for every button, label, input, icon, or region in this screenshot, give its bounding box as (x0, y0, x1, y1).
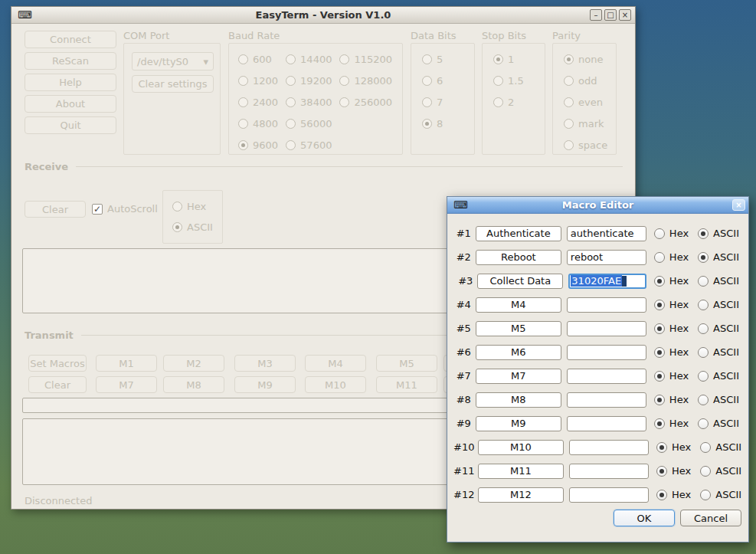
macro-value-input[interactable] (567, 250, 646, 265)
macro-m1-button[interactable]: M1 (96, 355, 157, 372)
baud-19200-radio[interactable]: 19200 (286, 75, 332, 87)
hex-radio[interactable]: Hex (654, 394, 689, 405)
macro-name-input[interactable] (478, 440, 564, 455)
quit-button[interactable]: Quit (25, 116, 116, 134)
ascii-radio[interactable]: ASCII (698, 370, 739, 382)
easyterm-titlebar[interactable]: ⌨ EasyTerm - Version V1.0 – □ × (11, 7, 635, 24)
macro-name-input[interactable] (476, 297, 561, 313)
close-icon[interactable]: × (619, 9, 631, 21)
macro-name-input[interactable] (478, 487, 564, 503)
minimize-icon[interactable]: – (590, 9, 602, 21)
hex-radio[interactable]: Hex (654, 418, 689, 429)
data-bits-7-radio[interactable]: 7 (422, 97, 443, 108)
maximize-icon[interactable]: □ (604, 9, 617, 21)
stop-bits-1-5-radio[interactable]: 1.5 (493, 75, 524, 87)
receive-hex-radio[interactable]: Hex (172, 201, 213, 212)
hex-radio[interactable]: Hex (656, 489, 691, 500)
macro-name-input[interactable] (476, 345, 561, 360)
macro-value-input[interactable] (567, 226, 646, 241)
macro-name-input[interactable] (478, 464, 564, 479)
receive-ascii-radio[interactable]: ASCII (172, 221, 213, 233)
parity-none-radio[interactable]: none (564, 54, 607, 65)
hex-radio[interactable]: Hex (654, 228, 689, 239)
macro-name-input[interactable] (476, 250, 561, 265)
macro-value-input[interactable] (567, 369, 646, 384)
data-bits-5-radio[interactable]: 5 (422, 54, 443, 65)
macro-m8-button[interactable]: M8 (163, 376, 224, 393)
macro-m10-button[interactable]: M10 (305, 376, 366, 393)
baud-1200-radio[interactable]: 1200 (238, 75, 278, 87)
ascii-radio[interactable]: ASCII (698, 346, 739, 358)
macro-name-input[interactable] (476, 226, 561, 241)
ok-button[interactable]: OK (614, 510, 675, 526)
ascii-radio[interactable]: ASCII (698, 394, 739, 405)
hex-radio[interactable]: Hex (654, 346, 689, 358)
macro-value-input[interactable]: 31020FAE (568, 274, 646, 289)
baud-2400-radio[interactable]: 2400 (238, 97, 278, 108)
macro-value-input[interactable] (567, 321, 646, 336)
macro-value-input[interactable] (567, 416, 646, 431)
ascii-radio[interactable]: ASCII (700, 489, 741, 500)
receive-clear-button[interactable]: Clear (25, 201, 86, 218)
set-macros-button[interactable]: Set Macros (28, 355, 87, 372)
autoscroll-option[interactable]: ✓ AutoScroll (92, 203, 158, 215)
macro-value-input[interactable] (567, 297, 646, 313)
rescan-button[interactable]: ReScan (25, 52, 116, 70)
macro-m5-button[interactable]: M5 (376, 355, 437, 372)
macro-m2-button[interactable]: M2 (163, 355, 224, 372)
hex-radio[interactable]: Hex (654, 323, 689, 334)
stop-bits-2-radio[interactable]: 2 (493, 97, 524, 108)
macro-value-input[interactable] (567, 345, 646, 360)
connect-button[interactable]: Connect (25, 31, 116, 48)
hex-radio[interactable]: Hex (656, 465, 691, 477)
baud-256000-radio[interactable]: 256000 (339, 97, 392, 108)
stop-bits-1-radio[interactable]: 1 (493, 54, 524, 65)
macro-value-input[interactable] (569, 487, 649, 503)
ascii-radio[interactable]: ASCII (698, 251, 739, 263)
com-port-select[interactable]: /dev/ttyS0 ▾ (132, 52, 214, 70)
baud-56000-radio[interactable]: 56000 (286, 118, 332, 129)
macro-m4-button[interactable]: M4 (305, 355, 366, 372)
close-icon[interactable]: × (732, 199, 745, 211)
macro-name-input[interactable] (476, 369, 561, 384)
autoscroll-checkbox[interactable]: ✓ (92, 204, 103, 215)
baud-128000-radio[interactable]: 128000 (339, 75, 392, 87)
about-button[interactable]: About (25, 95, 116, 113)
transmit-clear-button[interactable]: Clear (28, 376, 87, 393)
data-bits-6-radio[interactable]: 6 (422, 75, 443, 87)
parity-even-radio[interactable]: even (564, 97, 607, 108)
baud-4800-radio[interactable]: 4800 (238, 118, 278, 129)
ascii-radio[interactable]: ASCII (698, 275, 739, 287)
macro-value-input[interactable] (567, 392, 646, 408)
data-bits-8-radio[interactable]: 8 (422, 118, 443, 129)
baud-38400-radio[interactable]: 38400 (286, 97, 332, 108)
macro-editor-titlebar[interactable]: ⌨ Macro Editor × (447, 197, 748, 214)
ascii-radio[interactable]: ASCII (700, 441, 741, 453)
cancel-button[interactable]: Cancel (680, 510, 741, 526)
baud-115200-radio[interactable]: 115200 (339, 54, 392, 65)
macro-m3-button[interactable]: M3 (234, 355, 296, 372)
clear-settings-button[interactable]: Clear settings (132, 75, 214, 93)
ascii-radio[interactable]: ASCII (700, 465, 741, 477)
help-button[interactable]: Help (25, 74, 116, 91)
hex-radio[interactable]: Hex (656, 441, 691, 453)
macro-m7-button[interactable]: M7 (96, 376, 157, 393)
parity-space-radio[interactable]: space (564, 139, 607, 151)
hex-radio[interactable]: Hex (654, 299, 689, 310)
macro-name-input[interactable] (477, 274, 563, 289)
hex-radio[interactable]: Hex (654, 251, 689, 263)
parity-odd-radio[interactable]: odd (564, 75, 607, 87)
macro-value-input[interactable] (569, 464, 649, 479)
macro-value-input[interactable] (569, 440, 649, 455)
macro-m11-button[interactable]: M11 (376, 376, 437, 393)
hex-radio[interactable]: Hex (654, 275, 689, 287)
macro-name-input[interactable] (476, 416, 561, 431)
baud-14400-radio[interactable]: 14400 (286, 54, 332, 65)
ascii-radio[interactable]: ASCII (698, 323, 739, 334)
ascii-radio[interactable]: ASCII (698, 418, 739, 429)
ascii-radio[interactable]: ASCII (698, 299, 739, 310)
macro-m9-button[interactable]: M9 (234, 376, 296, 393)
hex-radio[interactable]: Hex (654, 370, 689, 382)
macro-name-input[interactable] (476, 321, 561, 336)
baud-600-radio[interactable]: 600 (238, 54, 278, 65)
